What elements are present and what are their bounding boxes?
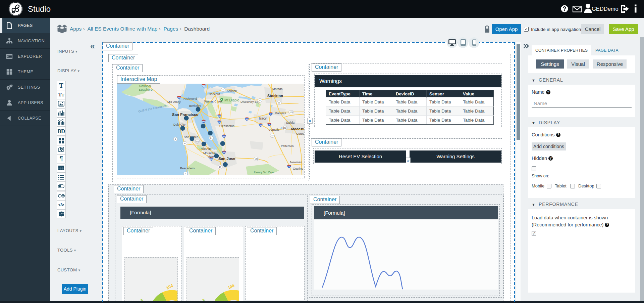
svg-text:GEDDemo: GEDDemo bbox=[592, 6, 619, 12]
